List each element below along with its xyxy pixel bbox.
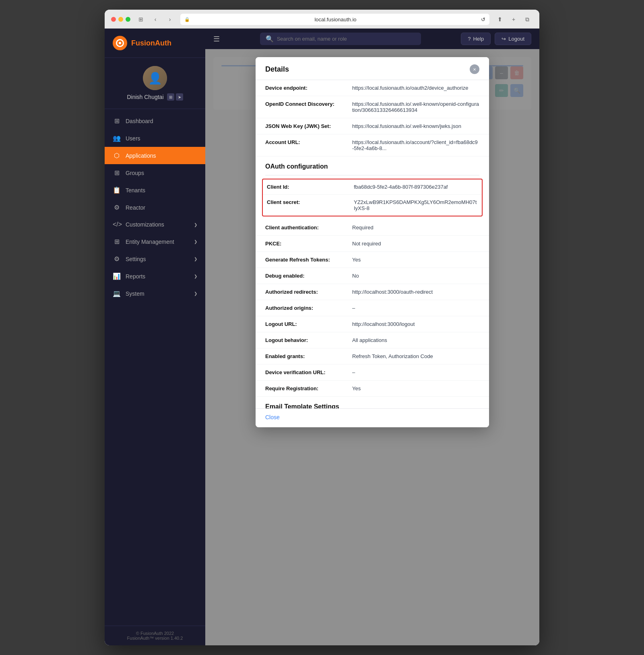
logo-icon — [113, 36, 127, 50]
detail-label-debug: Debug enabled: — [265, 273, 346, 279]
detail-value-authorized-redirects: http://localhost:3000/oauth-redirect — [352, 289, 433, 295]
forward-button[interactable]: › — [164, 14, 175, 25]
sidebar-item-label-applications: Applications — [126, 152, 156, 159]
system-icon: 💻 — [113, 290, 121, 297]
sidebar-item-reactor[interactable]: ⚙ Reactor — [105, 199, 205, 216]
detail-value-client-auth: Required — [352, 225, 374, 231]
detail-row-debug: Debug enabled: No — [256, 268, 489, 284]
modal-title: Details — [265, 65, 289, 74]
oauth-section-header: OAuth configuration — [256, 157, 489, 175]
reactor-icon: ⚙ — [113, 204, 121, 211]
maximize-traffic-light[interactable] — [126, 17, 130, 22]
sidebar-logo: FusionAuth — [105, 29, 205, 58]
sidebar-item-dashboard[interactable]: ⊞ Dashboard — [105, 112, 205, 130]
detail-label-client-id: Client Id: — [267, 184, 347, 190]
detail-value-refresh-tokens: Yes — [352, 257, 361, 263]
detail-value-enabled-grants: Refresh Token, Authorization Code — [352, 353, 433, 359]
address-bar[interactable]: 🔒 local.fusionauth.io ↺ — [180, 14, 489, 25]
modal-header: Details × — [256, 57, 489, 80]
applications-icon: ⬡ — [113, 152, 121, 159]
sidebar-item-users[interactable]: 👥 Users — [105, 130, 205, 147]
url-text: local.fusionauth.io — [192, 16, 479, 23]
sidebar-item-label-reports: Reports — [126, 273, 145, 280]
user-nav-icon[interactable]: ➤ — [176, 93, 183, 101]
sidebar-item-customizations[interactable]: </> Customizations — [105, 216, 205, 233]
sidebar: FusionAuth 👤 Dinish Chugtai ⊞ ➤ ⊞ Dash — [105, 29, 205, 645]
sidebar-item-label-entity-management: Entity Management — [126, 239, 174, 245]
minimize-traffic-light[interactable] — [118, 17, 123, 22]
logout-label: Logout — [508, 36, 524, 42]
avatar-image: 👤 — [143, 66, 167, 90]
app-layout: FusionAuth 👤 Dinish Chugtai ⊞ ➤ ⊞ Dash — [105, 29, 539, 645]
sidebar-item-label-settings: Settings — [126, 256, 146, 262]
sidebar-item-settings[interactable]: ⚙ Settings — [105, 250, 205, 268]
logout-icon: ↪ — [502, 36, 506, 42]
detail-label-client-auth: Client authentication: — [265, 225, 346, 231]
modal-footer: Close — [256, 408, 489, 427]
modal-close-button[interactable]: × — [470, 64, 479, 74]
browser-action-buttons: ⬆ + ⧉ — [494, 14, 533, 25]
logout-button[interactable]: ↪ Logout — [495, 33, 531, 45]
users-icon: 👥 — [113, 134, 121, 142]
new-tab-button[interactable]: + — [508, 14, 519, 25]
sidebar-item-reports[interactable]: 📊 Reports — [105, 268, 205, 285]
detail-value-client-id: fba68dc9-5fe2-4a6b-807f-897306e237af — [354, 184, 448, 190]
menu-toggle-icon[interactable]: ☰ — [213, 35, 220, 43]
detail-row-logout-url: Logout URL: http://localhost:3000/logout — [256, 316, 489, 332]
lock-icon: 🔒 — [184, 17, 190, 22]
detail-label-pkce: PKCE: — [265, 241, 346, 247]
reload-icon[interactable]: ↺ — [481, 16, 485, 23]
detail-label-authorized-redirects: Authorized redirects: — [265, 289, 346, 295]
sidebar-item-label-groups: Groups — [126, 170, 144, 176]
search-input[interactable] — [277, 36, 415, 42]
detail-value-client-secret: YZ2xLwB9R1KPS6DAMPKXg5LY6OmR2emoMH07tIyX… — [354, 199, 478, 211]
sidebar-item-applications[interactable]: ⬡ Applications — [105, 147, 205, 164]
detail-value-logout-behavior: All applications — [352, 337, 387, 343]
back-button[interactable]: ‹ — [150, 14, 161, 25]
oauth-section-title: OAuth configuration — [265, 163, 479, 170]
tabs-overview-button[interactable]: ⧉ — [522, 14, 533, 25]
detail-label-enabled-grants: Enabled grants: — [265, 353, 346, 359]
sidebar-item-groups[interactable]: ⊞ Groups — [105, 164, 205, 181]
reports-icon: 📊 — [113, 272, 121, 280]
detail-label-authorized-origins: Authorized origins: — [265, 305, 346, 311]
detail-value-debug: No — [352, 273, 359, 279]
detail-value-openid: https://local.fusionauth.io/.well-known/… — [352, 101, 479, 113]
top-bar: ☰ 🔍 ? Help ↪ Logout — [205, 29, 539, 49]
sidebar-item-tenants[interactable]: 📋 Tenants — [105, 181, 205, 199]
user-edit-icon[interactable]: ⊞ — [167, 93, 174, 101]
close-traffic-light[interactable] — [111, 17, 116, 22]
top-actions: ? Help ↪ Logout — [461, 33, 531, 45]
customizations-icon: </> — [113, 221, 121, 228]
modal-close-link[interactable]: Close — [265, 414, 280, 420]
sidebar-item-system[interactable]: 💻 System — [105, 285, 205, 302]
detail-label-jwk: JSON Web Key (JWK) Set: — [265, 123, 346, 129]
sidebar-item-entity-management[interactable]: ⊞ Entity Management — [105, 233, 205, 250]
detail-label-logout-behavior: Logout behavior: — [265, 337, 346, 343]
page-content: + ⧉ 👤 🔍 – 🗑 ✏ 🔍 — [205, 49, 539, 645]
section-divider — [265, 175, 479, 175]
detail-label-refresh-tokens: Generate Refresh Tokens: — [265, 257, 346, 263]
search-bar[interactable]: 🔍 — [260, 33, 421, 45]
detail-label-account-url: Account URL: — [265, 139, 346, 145]
browser-controls: ⊞ ‹ › — [135, 14, 175, 25]
detail-value-device-verification-url: – — [352, 369, 355, 375]
entity-management-icon: ⊞ — [113, 238, 121, 245]
detail-row-openid: OpenID Connect Discovery: https://local.… — [256, 96, 489, 118]
help-icon: ? — [468, 36, 471, 42]
help-label: Help — [473, 36, 484, 42]
detail-row-require-registration: Require Registration: Yes — [256, 381, 489, 397]
traffic-lights — [111, 17, 130, 22]
help-button[interactable]: ? Help — [461, 33, 491, 45]
detail-row-refresh-tokens: Generate Refresh Tokens: Yes — [256, 252, 489, 268]
share-button[interactable]: ⬆ — [494, 14, 506, 25]
detail-row-logout-behavior: Logout behavior: All applications — [256, 332, 489, 348]
avatar: 👤 — [143, 66, 167, 90]
detail-row-device-verification-url: Device verification URL: – — [256, 365, 489, 381]
nav-menu: ⊞ Dashboard 👥 Users ⬡ Applications ⊞ Gro… — [105, 109, 205, 626]
tab-switcher-button[interactable]: ⊞ — [135, 14, 147, 25]
groups-icon: ⊞ — [113, 169, 121, 177]
detail-value-device-endpoint: https://local.fusionauth.io/oauth2/devic… — [352, 85, 468, 91]
detail-row-authorized-origins: Authorized origins: – — [256, 300, 489, 316]
user-action-icons: ⊞ ➤ — [167, 93, 183, 101]
